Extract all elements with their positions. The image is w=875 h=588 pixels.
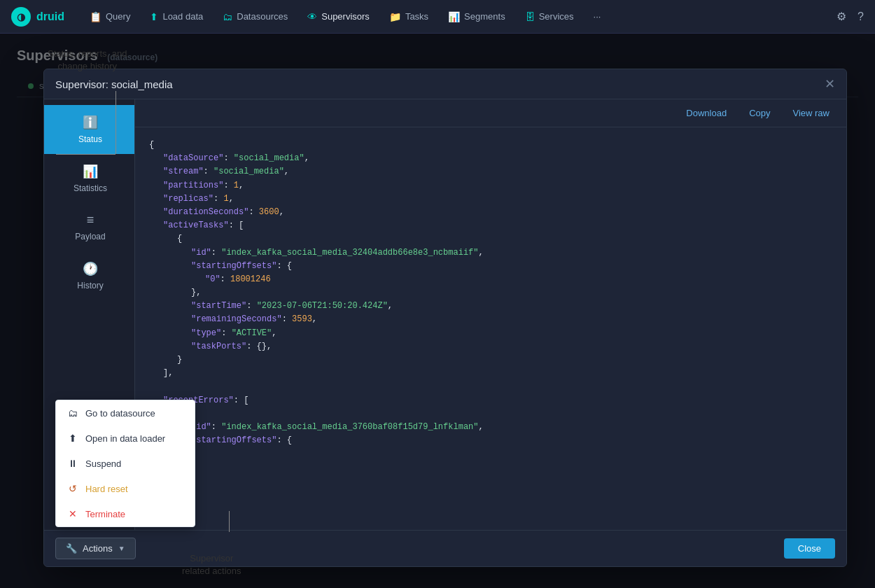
modal-close-button[interactable]: ✕ [825, 78, 835, 90]
annotation-line-bottom [229, 511, 230, 532]
close-button[interactable]: Close [784, 538, 835, 559]
tab-statistics-label: Statistics [74, 183, 107, 193]
tab-history[interactable]: 🕐 History [44, 251, 134, 300]
dropdown-hard-reset[interactable]: ↺ Hard reset [56, 476, 195, 501]
tab-status-label: Status [78, 134, 102, 144]
dropdown-suspend-label: Suspend [85, 458, 121, 469]
nav-load-data[interactable]: ⬆ Load data [141, 7, 211, 27]
hard-reset-icon: ↺ [67, 483, 78, 494]
annotation-line-top [115, 91, 116, 154]
modal-header: Supervisor: social_media ✕ [44, 69, 846, 99]
dropdown-suspend[interactable]: ⏸ Suspend [56, 451, 195, 476]
dropdown-go-to-datasource-label: Go to datasource [85, 408, 155, 419]
tab-status[interactable]: ℹ️ Status [44, 105, 134, 154]
nav-tasks[interactable]: 📁 Tasks [381, 7, 437, 27]
dropdown-hard-reset-label: Hard reset [85, 484, 128, 494]
actions-label: Actions [83, 543, 113, 554]
tab-payload-label: Payload [75, 232, 105, 241]
tab-statistics[interactable]: 📊 Statistics [44, 154, 134, 203]
services-icon: 🗄 [525, 11, 535, 22]
nav-more-label: ··· [594, 11, 601, 22]
datasource-icon: 🗂 [67, 407, 78, 419]
modal-content: Download Copy View raw { "dataSource": "… [135, 99, 846, 530]
nav-items: 📋 Query ⬆ Load data 🗂 Datasources 👁 Supe… [81, 7, 836, 27]
nav-right: ⚙ ? [836, 10, 864, 23]
data-loader-icon: ⬆ [67, 433, 78, 444]
nav-load-data-label: Load data [162, 11, 203, 22]
annotation-line-top-h [56, 154, 115, 155]
dropdown-caret [84, 526, 95, 527]
nav-segments-label: Segments [464, 11, 505, 22]
topnav: ◑ druid 📋 Query ⬆ Load data 🗂 Datasource… [0, 0, 875, 34]
main-area: Supervisors (datasource) social_media St… [0, 34, 875, 588]
dropdown-open-in-data-loader-label: Open in data loader [85, 433, 165, 444]
annotation-bottom: Supervisor related actions [182, 552, 241, 578]
terminate-icon: ✕ [67, 508, 78, 519]
tasks-icon: 📁 [389, 11, 401, 22]
nav-services[interactable]: 🗄 Services [517, 7, 582, 27]
nav-supervisors[interactable]: 👁 Supervisors [299, 7, 378, 27]
nav-more[interactable]: ··· [585, 7, 610, 26]
nav-datasources-label: Datasources [237, 11, 288, 22]
dropdown-terminate[interactable]: ✕ Terminate [56, 501, 195, 526]
status-icon: ℹ️ [83, 115, 98, 130]
dropdown-open-in-data-loader[interactable]: ⬆ Open in data loader [56, 426, 195, 451]
help-icon[interactable]: ? [858, 10, 864, 23]
modal-title: Supervisor: social_media [55, 78, 173, 90]
nav-tasks-label: Tasks [405, 11, 428, 22]
nav-segments[interactable]: 📊 Segments [440, 7, 514, 27]
app-title: druid [36, 10, 64, 23]
copy-button[interactable]: Copy [743, 105, 776, 121]
segments-icon: 📊 [448, 11, 460, 22]
content-toolbar: Download Copy View raw [135, 99, 846, 127]
settings-icon[interactable]: ⚙ [836, 10, 846, 23]
dropdown-terminate-label: Terminate [85, 509, 125, 519]
actions-caret-icon: ▼ [118, 545, 125, 552]
logo[interactable]: ◑ druid [11, 7, 64, 27]
datasources-icon: 🗂 [223, 11, 232, 22]
nav-query-label: Query [106, 11, 130, 22]
nav-services-label: Services [539, 11, 574, 22]
actions-button[interactable]: 🔧 Actions ▼ [55, 538, 136, 559]
query-icon: 📋 [90, 11, 102, 22]
history-icon: 🕐 [83, 261, 98, 276]
load-data-icon: ⬆ [150, 11, 158, 22]
modal-footer: 🔧 Actions ▼ 🗂 Go to datasource ⬆ Open in… [44, 530, 846, 566]
view-raw-button[interactable]: View raw [787, 105, 835, 121]
supervisor-modal: Supervisor: social_media ✕ ℹ️ Status 📊 S… [43, 69, 847, 567]
json-content: { "dataSource": "social_media", "stream"… [135, 127, 846, 530]
nav-query[interactable]: 📋 Query [81, 7, 139, 27]
download-button[interactable]: Download [680, 105, 732, 121]
dropdown-go-to-datasource[interactable]: 🗂 Go to datasource [56, 400, 195, 426]
logo-icon: ◑ [11, 7, 31, 27]
suspend-icon: ⏸ [67, 458, 78, 469]
wrench-icon: 🔧 [66, 543, 77, 554]
statistics-icon: 📊 [83, 164, 98, 179]
nav-datasources[interactable]: 🗂 Datasources [214, 7, 296, 27]
payload-icon: ≡ [87, 213, 94, 227]
tab-history-label: History [77, 281, 103, 290]
annotation-top: Status, reports, and change history [48, 48, 127, 73]
tab-payload[interactable]: ≡ Payload [44, 203, 134, 251]
supervisors-icon: 👁 [307, 11, 317, 22]
nav-supervisors-label: Supervisors [321, 11, 370, 22]
actions-dropdown: 🗂 Go to datasource ⬆ Open in data loader… [55, 400, 195, 527]
